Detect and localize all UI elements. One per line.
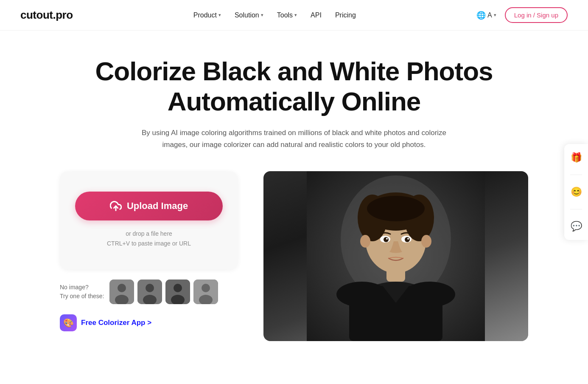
upload-dropzone[interactable]: Upload Image or drop a file here CTRL+V … xyxy=(60,171,238,270)
sidebar-divider xyxy=(570,175,582,175)
nav-solution[interactable]: Solution ▾ xyxy=(235,11,263,19)
nav-product[interactable]: Product ▾ xyxy=(193,11,221,19)
main-nav: Product ▾ Solution ▾ Tools ▾ API Pricing xyxy=(193,11,356,19)
sample-images-row: No image? Try one of these: xyxy=(60,280,238,304)
svg-point-27 xyxy=(421,235,431,248)
sample-thumb-1[interactable] xyxy=(109,280,134,304)
app-banner[interactable]: 🎨 Free Colorizer App > xyxy=(60,314,238,331)
nav-api[interactable]: API xyxy=(311,11,322,19)
sample-thumb-4[interactable] xyxy=(193,280,218,304)
lang-label: A xyxy=(487,11,492,19)
main-content: Colorize Black and White Photos Automati… xyxy=(39,31,549,341)
login-button[interactable]: Log in / Sign up xyxy=(505,7,568,23)
chevron-down-icon: ▾ xyxy=(494,12,496,18)
hero-title: Colorize Black and White Photos Automati… xyxy=(60,56,528,117)
person-illustration xyxy=(263,171,528,341)
header-right: 🌐 A ▾ Log in / Sign up xyxy=(476,7,568,23)
hero-subtitle: By using AI image coloring algorithms tr… xyxy=(141,127,447,151)
svg-point-19 xyxy=(404,282,455,307)
sample-thumb-3[interactable] xyxy=(165,280,190,304)
svg-point-33 xyxy=(407,238,409,240)
sample-label: No image? Try one of these: xyxy=(60,283,104,301)
header: cutout.pro Product ▾ Solution ▾ Tools ▾ … xyxy=(0,0,588,31)
svg-point-25 xyxy=(367,196,425,221)
sample-thumbs xyxy=(109,280,218,304)
upload-section: Upload Image or drop a file here CTRL+V … xyxy=(60,171,238,332)
svg-point-18 xyxy=(336,282,387,307)
nav-tools[interactable]: Tools ▾ xyxy=(277,11,297,19)
logo[interactable]: cutout.pro xyxy=(20,8,73,22)
svg-point-2 xyxy=(118,284,126,292)
avatar-icon[interactable]: 😊 xyxy=(568,184,585,200)
svg-point-31 xyxy=(405,237,410,242)
svg-point-26 xyxy=(360,235,370,248)
translate-icon: 🌐 xyxy=(476,11,486,20)
feedback-icon[interactable]: 💬 xyxy=(568,218,585,235)
photo-display xyxy=(263,171,528,341)
app-label: Free Colorizer App > xyxy=(81,319,151,327)
sample-photo xyxy=(263,171,528,341)
svg-point-30 xyxy=(384,237,389,242)
nav-pricing[interactable]: Pricing xyxy=(335,11,356,19)
svg-point-5 xyxy=(146,284,154,292)
svg-point-32 xyxy=(386,238,388,240)
hero-section: Colorize Black and White Photos Automati… xyxy=(60,56,528,151)
chevron-down-icon: ▾ xyxy=(294,12,297,18)
upload-button[interactable]: Upload Image xyxy=(75,192,223,220)
language-selector[interactable]: 🌐 A ▾ xyxy=(476,11,496,20)
chevron-down-icon: ▾ xyxy=(261,12,263,18)
content-row: Upload Image or drop a file here CTRL+V … xyxy=(60,171,528,341)
app-icon: 🎨 xyxy=(60,314,77,331)
upload-icon xyxy=(110,200,122,212)
gift-icon[interactable]: 🎁 xyxy=(568,149,585,166)
drop-hint: or drop a file here CTRL+V to paste imag… xyxy=(107,229,191,249)
sample-thumb-2[interactable] xyxy=(137,280,162,304)
chevron-down-icon: ▾ xyxy=(218,12,221,18)
svg-point-8 xyxy=(174,284,182,292)
sidebar-divider-2 xyxy=(570,209,582,209)
svg-point-11 xyxy=(202,284,210,292)
floating-sidebar: 🎁 😊 💬 xyxy=(564,144,588,240)
